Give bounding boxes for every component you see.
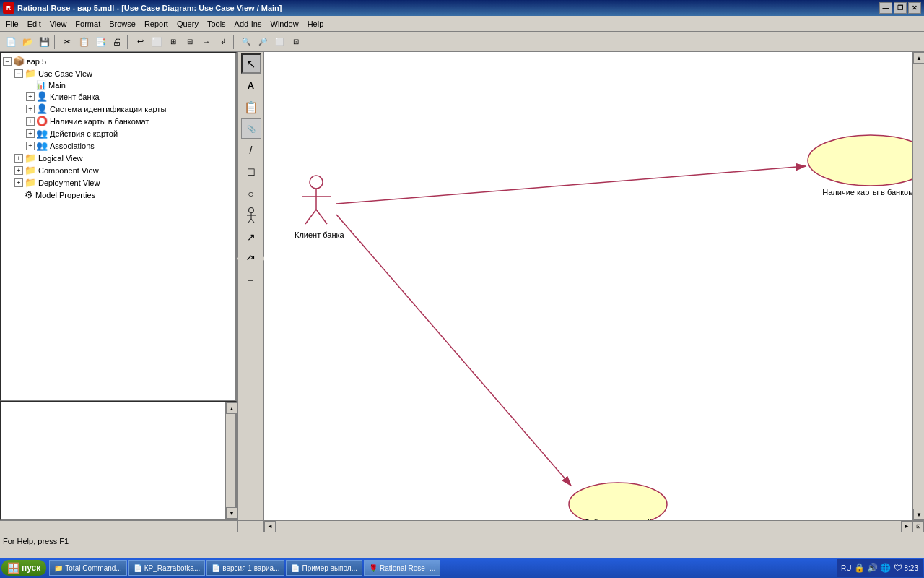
tb-zoomin[interactable]: 🔍 — [238, 34, 254, 50]
tree-node-main[interactable]: 📊 Main — [3, 79, 234, 90]
tb-save[interactable]: 💾 — [36, 34, 52, 50]
vscroll-down-btn[interactable]: ▼ — [913, 509, 924, 520]
tb-paste[interactable]: 📑 — [92, 34, 108, 50]
palette-text[interactable]: A — [241, 75, 261, 95]
tb-enter[interactable]: ↲ — [215, 34, 231, 50]
thumb-scroll-up[interactable]: ▲ — [226, 402, 237, 414]
label-deploymentview: Deployment View — [38, 178, 100, 187]
tb-new[interactable]: 📄 — [3, 34, 19, 50]
hscroll-right-btn[interactable]: ► — [901, 521, 912, 532]
menu-browse[interactable]: Browse — [105, 16, 140, 31]
tree-view[interactable]: − 📦 вар 5 − 📁 Use Case View 📊 Main — [0, 52, 237, 401]
expand-componentview[interactable]: + — [14, 166, 23, 175]
system-tray: RU 🔒 🔊 🌐 🛡 8:23 — [837, 559, 923, 577]
close-button[interactable]: ✕ — [908, 2, 921, 14]
tree-node-logicalview[interactable]: + 📁 Logical View — [3, 152, 234, 164]
palette-dependency[interactable]: ↱ — [237, 244, 266, 273]
tree-node-modelprops[interactable]: ⚙ Model Properties — [3, 189, 234, 201]
tb-copy[interactable]: 📋 — [76, 34, 92, 50]
expand-klient[interactable]: + — [26, 92, 35, 101]
tb-fit[interactable]: ⬜ — [271, 34, 287, 50]
thumb-scrollbar[interactable]: ▲ ▼ — [225, 402, 235, 519]
tb-open[interactable]: 📂 — [19, 34, 35, 50]
tb-undo[interactable]: ↩ — [132, 34, 148, 50]
menu-help[interactable]: Help — [303, 16, 328, 31]
restore-button[interactable]: ❐ — [894, 2, 907, 14]
diagram-area[interactable]: Наличие карты в банкомат Действия с карт… — [264, 52, 924, 520]
menu-view[interactable]: View — [45, 16, 71, 31]
tree-node-componentview[interactable]: + 📁 Component View — [3, 164, 234, 176]
tb-print[interactable]: 🖨 — [109, 34, 125, 50]
tree-node-var5[interactable]: − 📦 вар 5 — [3, 55, 234, 67]
tree-node-sistema[interactable]: + 👤 Система идентификации карты — [3, 103, 234, 115]
thumb-scroll-down[interactable]: ▼ — [226, 507, 237, 519]
taskbar-item-kr[interactable]: 📄КР_Razrabotka... — [128, 560, 206, 576]
tb-minus[interactable]: ⊟ — [182, 34, 198, 50]
menu-window[interactable]: Window — [266, 16, 303, 31]
hscroll-track[interactable] — [276, 521, 901, 532]
icon-main: 📊 — [36, 80, 46, 90]
tb-overview[interactable]: ⊡ — [288, 34, 304, 50]
toolbar: 📄 📂 💾 ✂ 📋 📑 🖨 ↩ ⬜ ⊞ ⊟ → ↲ 🔍 🔎 ⬜ ⊡ — [0, 32, 924, 52]
menu-format[interactable]: Format — [71, 16, 105, 31]
menu-report[interactable]: Report — [140, 16, 173, 31]
expand-logicalview[interactable]: + — [14, 154, 23, 163]
palette-box[interactable]: ☐ — [241, 162, 261, 182]
tb-zoomout[interactable]: 🔎 — [255, 34, 271, 50]
svg-line-12 — [316, 210, 327, 224]
expand-deploymentview[interactable]: + — [14, 178, 23, 187]
vscroll-up-btn[interactable]: ▲ — [913, 52, 924, 64]
h-scrollbar[interactable]: ◄ ► ⊡ — [264, 521, 924, 532]
expand-associations[interactable]: + — [26, 142, 35, 150]
icon-klient: 👤 — [36, 91, 48, 102]
expand-sistema[interactable]: + — [26, 105, 35, 113]
palette-select[interactable]: ↖ — [241, 53, 261, 74]
tree-node-deploymentview[interactable]: + 📁 Deployment View — [3, 176, 234, 189]
tree-node-klient[interactable]: + 👤 Клиент банка — [3, 90, 234, 103]
tree-node-nalichie[interactable]: + ⭕ Наличие карты в банкомат — [3, 115, 234, 127]
expand-var5[interactable]: − — [3, 57, 12, 66]
menu-addins[interactable]: Add-Ins — [230, 16, 266, 31]
expand-usecaseview[interactable]: − — [14, 69, 23, 78]
tray-lang: RU — [841, 564, 851, 572]
svg-line-4 — [251, 219, 254, 223]
usecase-nalichie[interactable] — [806, 134, 924, 191]
menu-tools[interactable]: Tools — [203, 16, 230, 31]
actor-klient-container[interactable]: Клиент банка — [295, 175, 344, 239]
window-controls: — ❐ ✕ — [879, 2, 921, 14]
menu-file[interactable]: File — [1, 16, 23, 31]
icon-var5: 📦 — [13, 56, 25, 66]
hscroll-palette-spacer — [238, 521, 264, 532]
hscroll-row: ◄ ► ⊡ — [0, 520, 924, 532]
menu-query[interactable]: Query — [173, 16, 203, 31]
taskbar-item-version[interactable]: 📄версия 1 вариа... — [206, 560, 284, 576]
tb-cut[interactable]: ✂ — [59, 34, 75, 50]
label-logicalview: Logical View — [38, 154, 83, 163]
minimize-button[interactable]: — — [879, 2, 892, 14]
palette-note[interactable]: 📋 — [241, 97, 261, 117]
vscroll-track[interactable] — [913, 64, 924, 509]
palette-actor[interactable] — [241, 205, 261, 225]
start-button[interactable]: 🪟 пуск — [1, 560, 46, 576]
tree-node-dejstviya[interactable]: + 👥 Действия с картой — [3, 127, 234, 139]
expand-nalichie[interactable]: + — [26, 117, 35, 126]
taskbar-item-totalcmd[interactable]: 📁Total Command... — [49, 560, 126, 576]
menu-edit[interactable]: Edit — [23, 16, 45, 31]
label-componentview: Component View — [38, 166, 99, 175]
hscroll-left-btn[interactable]: ◄ — [264, 521, 276, 532]
palette-anchor[interactable]: 📎 — [241, 118, 261, 139]
expand-dejstviya[interactable]: + — [26, 129, 35, 138]
palette-line[interactable]: / — [241, 140, 261, 160]
palette-ellipse[interactable]: ○ — [241, 184, 261, 204]
usecase-dejstviya[interactable] — [567, 480, 668, 520]
tb-select[interactable]: ⬜ — [149, 34, 165, 50]
tb-arrow[interactable]: → — [199, 34, 214, 50]
taskbar-item-rose[interactable]: 🌹Rational Rose -... — [364, 560, 440, 576]
menu-bar: File Edit View Format Browse Report Quer… — [0, 16, 924, 32]
tb-grid[interactable]: ⊞ — [165, 34, 181, 50]
v-scrollbar[interactable]: ▲ ▼ — [912, 52, 924, 520]
taskbar-item-example[interactable]: 📄Пример выпол... — [286, 560, 362, 576]
tree-node-associations[interactable]: + 👥 Associations — [3, 139, 234, 152]
tree-node-usecaseview[interactable]: − 📁 Use Case View — [3, 67, 234, 79]
label-var5: вар 5 — [27, 57, 46, 66]
